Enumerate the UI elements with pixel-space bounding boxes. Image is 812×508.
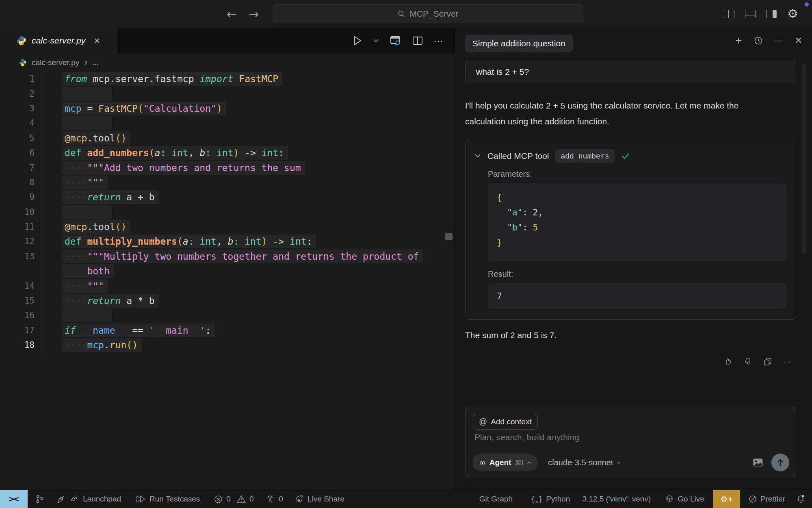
go-live-button[interactable]: Go Live (665, 494, 704, 504)
python-language-indicator[interactable]: {×} Python (531, 495, 570, 504)
breadcrumb-file[interactable]: calc-server.py (32, 58, 79, 67)
nav-back-icon[interactable]: ← (227, 0, 237, 28)
python-interpreter-indicator[interactable]: 3.12.5 ('venv': venv) (582, 495, 651, 504)
go-live-icon (665, 494, 674, 504)
breadcrumb-chevron-icon: › (84, 56, 87, 68)
json-line: } (497, 235, 787, 250)
code-token: run (110, 340, 127, 350)
code-token: " (518, 223, 523, 232)
code-token: a + b (121, 192, 154, 202)
tab-close-icon[interactable]: ✕ (94, 36, 100, 46)
editor-more-actions-icon[interactable]: ··· (433, 35, 443, 46)
code-token: if (65, 325, 82, 336)
collapse-chevron-icon[interactable] (474, 154, 481, 158)
attach-image-icon[interactable] (753, 458, 763, 467)
plug-icon (70, 494, 80, 504)
line-number: 18 (0, 340, 35, 350)
code-token: mcp.server.fastmcp (87, 74, 199, 84)
agent-mode-selector[interactable]: ∞ Agent ⌘I (473, 454, 537, 471)
copy-icon[interactable] (763, 357, 772, 366)
line-number: 12 (0, 237, 35, 246)
python-label: Python (546, 495, 570, 504)
broadcast-icon (265, 494, 275, 504)
editor-group: calc-server.py ✕ ··· (0, 28, 455, 490)
thumbs-down-icon[interactable] (743, 357, 753, 366)
new-chat-icon[interactable]: + (735, 34, 742, 47)
problems-indicator[interactable]: 0 0 (214, 495, 253, 504)
code-token: 5 (533, 223, 538, 232)
code-token: .tool (87, 133, 115, 143)
code-token: int (290, 236, 307, 247)
code-token: ···· (65, 177, 87, 188)
open-preview-icon[interactable] (390, 35, 402, 46)
result-value: 7 (497, 291, 502, 301)
bell-icon (796, 494, 806, 504)
chat-close-icon[interactable]: ✕ (795, 35, 802, 46)
notifications-bell-button[interactable] (796, 494, 806, 504)
search-icon (398, 10, 405, 18)
code-token: a (155, 148, 160, 158)
code-token: b (199, 148, 205, 158)
launchpad-button[interactable]: Launchpad (56, 494, 121, 504)
send-button[interactable] (771, 454, 789, 471)
model-caret-icon (616, 461, 621, 464)
code-token: """ (87, 177, 104, 188)
remote-indicator[interactable]: >< (0, 490, 28, 508)
code-token: ···· (65, 340, 87, 350)
breadcrumb[interactable]: calc-server.py › ... (19, 54, 99, 72)
message-more-actions-icon[interactable]: ··· (783, 357, 791, 366)
code-token: @mcp (65, 133, 87, 143)
json-line: { (497, 190, 787, 205)
toggle-secondary-sidebar-icon[interactable] (766, 10, 777, 18)
user-message[interactable]: what is 2 + 5? (465, 60, 796, 84)
settings-gear-icon[interactable]: ⚙ (787, 8, 798, 20)
split-editor-icon[interactable] (412, 36, 423, 45)
code-token: multiply_numbers (87, 236, 177, 247)
line-number: 11 (0, 222, 35, 232)
code-token: a * b (121, 295, 154, 306)
add-context-button[interactable]: @ Add context (473, 414, 538, 430)
command-center-search[interactable]: MCP_Server (273, 4, 583, 23)
line-number: 9 (0, 192, 35, 202)
code-token: both (87, 266, 109, 276)
code-token: ( (138, 103, 143, 114)
ports-indicator[interactable]: 0 (265, 494, 283, 504)
mcp-tool-card: Called MCP tool add_numbers Parameters: … (465, 140, 796, 320)
breadcrumb-more[interactable]: ... (92, 58, 99, 67)
code-token: ···· (65, 281, 87, 291)
code-line: 8····""" (0, 175, 455, 190)
chat-more-actions-icon[interactable]: ··· (775, 35, 784, 46)
toggle-primary-sidebar-icon[interactable] (724, 10, 734, 18)
editor-scrollbar-thumb[interactable] (445, 233, 453, 240)
chat-history-icon[interactable] (754, 36, 763, 46)
python-version-label: 3.12.5 ('venv': venv) (582, 495, 651, 504)
code-token: ) (217, 103, 222, 114)
live-share-icon (294, 494, 304, 504)
run-testcases-button[interactable]: Run Testcases (135, 494, 200, 504)
model-selector[interactable]: claude-3.5-sonnet (548, 458, 621, 467)
code-token: import (199, 74, 233, 84)
tab-calc-server[interactable]: calc-server.py ✕ (0, 28, 119, 54)
tool-call-label[interactable]: Called MCP tool (487, 151, 549, 161)
agent-kbd-hint: ⌘I (515, 459, 524, 467)
chat-input-box[interactable]: @ Add context Plan, search, build anythi… (465, 407, 796, 478)
nav-forward-icon[interactable]: → (249, 0, 259, 28)
code-token: " (518, 208, 523, 217)
source-control-graph-button[interactable] (35, 494, 45, 504)
line-number: 6 (0, 148, 35, 158)
code-token: : int (188, 236, 217, 247)
code-editor[interactable]: 1from mcp.server.fastmcp import FastMCP2… (0, 72, 455, 490)
json-line: "b": 5 (497, 220, 787, 235)
toggle-panel-icon[interactable] (745, 10, 756, 18)
thumbs-up-icon[interactable] (723, 357, 733, 366)
gear-icon: ⚙ (720, 494, 728, 504)
git-graph-button[interactable]: Git Graph (479, 495, 513, 504)
run-dropdown-chevron-icon[interactable] (373, 39, 379, 43)
code-token: () (126, 340, 138, 350)
extension-gear-bolt-button[interactable]: ⚙ (713, 490, 740, 508)
chat-scrollbar-thumb[interactable] (802, 63, 807, 254)
chat-session-title[interactable]: Simple addition question (465, 35, 573, 52)
prettier-button[interactable]: Prettier (748, 495, 785, 504)
run-python-file-icon[interactable] (353, 35, 362, 46)
live-share-button[interactable]: Live Share (294, 494, 344, 504)
